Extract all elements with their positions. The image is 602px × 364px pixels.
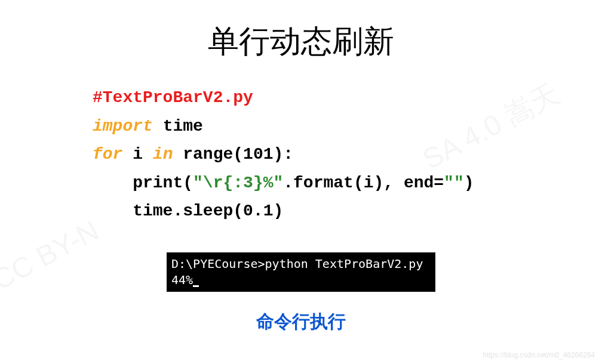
plain-text: i — [122, 145, 152, 164]
code-line-import: import time — [93, 112, 602, 141]
string-literal: "\r{:3}%" — [193, 174, 283, 192]
plain-text: ) — [464, 174, 474, 192]
terminal-line-1: D:\PYECourse>python TextProBarV2.py — [171, 256, 431, 272]
keyword-in: in — [153, 145, 173, 164]
code-line-comment: #TextProBarV2.py — [93, 84, 602, 112]
code-line-sleep: time.sleep(0.1) — [93, 197, 602, 226]
cursor-icon — [193, 285, 199, 287]
terminal-output: D:\PYECourse>python TextProBarV2.py 44% — [167, 252, 435, 292]
code-line-for: for i in range(101): — [93, 140, 602, 169]
watermark-text: CC BY-N — [0, 214, 105, 297]
plain-text: range(101): — [173, 145, 293, 164]
terminal-progress: 44% — [171, 273, 193, 287]
code-block: #TextProBarV2.py import time for i in ra… — [93, 84, 602, 226]
slide-subtitle: 命令行执行 — [0, 310, 602, 334]
code-line-print: print("\r{:3}%".format(i), end="") — [93, 169, 602, 198]
slide-title: 单行动态刷新 — [0, 21, 602, 63]
watermark-footer: https://blog.csdn.net/m0_46266264 — [483, 351, 595, 359]
string-literal: "" — [444, 174, 464, 192]
keyword-for: for — [93, 145, 122, 164]
plain-text: print( — [93, 174, 193, 192]
comment-text: #TextProBarV2.py — [93, 88, 253, 107]
plain-text: time — [153, 117, 203, 135]
plain-text: .format(i), end= — [283, 174, 444, 192]
terminal-line-2: 44% — [171, 272, 431, 288]
keyword-import: import — [93, 117, 153, 135]
plain-text: time.sleep(0.1) — [93, 202, 283, 220]
